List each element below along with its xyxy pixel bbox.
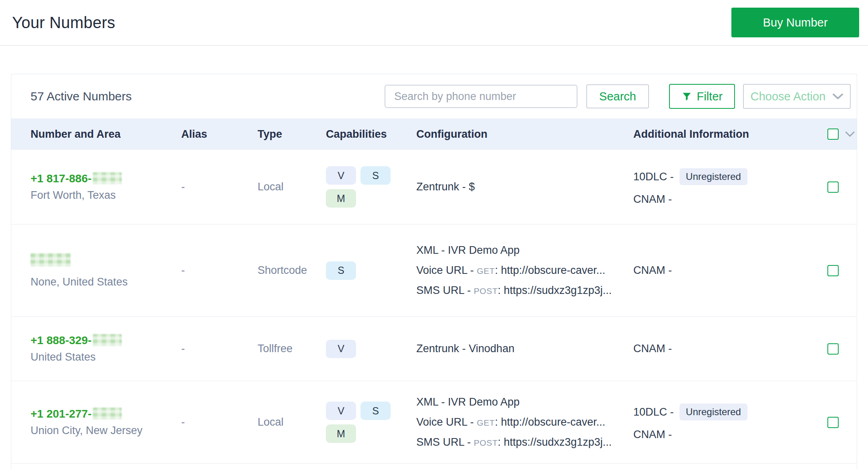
capability-badge-v: V	[326, 402, 356, 420]
filter-funnel-icon	[682, 91, 692, 102]
capability-badge-m: M	[326, 189, 356, 208]
row-checkbox[interactable]	[827, 181, 839, 193]
phone-number-text: +1 201-277-	[31, 408, 92, 420]
config-line: SMS URL - POST: https://sudxz3g1zp3j...	[416, 436, 621, 449]
search-button[interactable]: Search	[586, 84, 649, 108]
additional-info-label: CNAM -	[633, 193, 672, 206]
choose-action-dropdown[interactable]: Choose Action	[743, 84, 851, 109]
http-method-label: GET	[477, 418, 495, 427]
page-title: Your Numbers	[12, 14, 115, 32]
phone-number-text: +1 817-886-	[31, 172, 92, 185]
phone-number[interactable]: +1 888-329-	[31, 334, 181, 347]
active-numbers-count: 57 Active Numbers	[31, 90, 132, 103]
col-header-number-area: Number and Area	[31, 128, 181, 141]
row-checkbox[interactable]	[827, 343, 839, 355]
cell-additional-info: CNAM -	[633, 264, 818, 277]
cell-type: Tollfree	[258, 343, 326, 355]
config-line: Voice URL - GET: http://obscure-caver...	[416, 264, 621, 277]
additional-info-label: 10DLC -	[633, 406, 674, 418]
additional-info-label: 10DLC -	[633, 171, 674, 183]
cell-number-and-area: +1 201-277-Union City, New Jersey	[31, 408, 181, 437]
choose-action-label: Choose Action	[750, 90, 825, 103]
cell-capabilities: V	[326, 340, 392, 358]
additional-info-line: CNAM -	[633, 343, 818, 355]
additional-info-line: CNAM -	[633, 264, 818, 277]
config-line: XML - IVR Demo App	[416, 244, 621, 257]
cell-alias: -	[181, 264, 258, 277]
cell-alias: -	[181, 181, 258, 193]
cell-additional-info: CNAM -	[633, 343, 818, 355]
col-header-select	[818, 128, 857, 140]
table-header-row: Number and Area Alias Type Capabilities …	[11, 118, 857, 150]
http-method-label: POST	[474, 286, 498, 296]
config-line: Voice URL - GET: http://obscure-caver...	[416, 416, 621, 428]
cell-number-and-area: +1 817-886-Fort Worth, Texas	[31, 172, 181, 202]
cell-select	[818, 417, 857, 428]
http-method-label: GET	[477, 266, 495, 275]
cell-configuration: XML - IVR Demo AppVoice URL - GET: http:…	[416, 396, 633, 449]
cell-select	[818, 265, 857, 276]
cell-number-and-area: +1 888-329-United States	[31, 334, 181, 363]
capability-badge-s: S	[326, 261, 356, 280]
filter-button-label: Filter	[697, 90, 723, 103]
search-input[interactable]	[385, 85, 577, 108]
cell-select	[818, 343, 857, 355]
additional-info-label: CNAM -	[633, 428, 672, 441]
col-header-type: Type	[258, 128, 326, 141]
cell-additional-info: 10DLC -UnregisteredCNAM -	[633, 168, 818, 206]
http-method-label: POST	[474, 438, 498, 447]
status-badge: Unregistered	[680, 404, 747, 420]
cell-select	[818, 181, 857, 193]
col-header-configuration: Configuration	[416, 128, 633, 141]
chevron-down-icon	[832, 93, 843, 100]
additional-info-line: CNAM -	[633, 193, 818, 206]
number-area: Union City, New Jersey	[31, 424, 181, 437]
redacted-number	[93, 172, 122, 184]
col-header-alias: Alias	[181, 128, 258, 141]
phone-number-text: +1 888-329-	[31, 334, 92, 347]
redacted-number	[31, 253, 71, 267]
select-all-checkbox[interactable]	[827, 128, 839, 140]
status-badge: Unregistered	[680, 168, 747, 185]
row-checkbox[interactable]	[827, 265, 839, 276]
table-row: +1 888-329-United States-TollfreeVZentru…	[11, 317, 857, 381]
phone-number[interactable]	[31, 253, 181, 272]
capability-badge-s: S	[360, 166, 391, 185]
number-area: United States	[31, 351, 181, 363]
cell-configuration: Zentrunk - $	[416, 181, 633, 193]
col-header-additional-info: Additional Information	[633, 128, 818, 141]
cell-configuration: XML - IVR Demo AppVoice URL - GET: http:…	[416, 244, 633, 297]
additional-info-line: 10DLC -Unregistered	[633, 404, 818, 420]
filter-button[interactable]: Filter	[669, 84, 735, 109]
row-checkbox[interactable]	[827, 417, 839, 428]
buy-number-button[interactable]: Buy Number	[731, 8, 859, 37]
phone-number[interactable]: +1 201-277-	[31, 408, 181, 420]
config-line: XML - IVR Demo App	[416, 396, 621, 408]
redacted-number	[93, 334, 122, 346]
additional-info-label: CNAM -	[633, 343, 672, 355]
table-body: +1 817-886-Fort Worth, Texas-LocalVSMZen…	[11, 150, 857, 464]
additional-info-label: CNAM -	[633, 264, 672, 277]
additional-info-line: CNAM -	[633, 428, 818, 441]
cell-type: Local	[258, 181, 326, 193]
cell-alias: -	[181, 343, 258, 355]
config-line: Zentrunk - Vinodhan	[416, 343, 621, 355]
capability-badge-m: M	[326, 424, 356, 443]
chevron-down-icon[interactable]	[845, 131, 855, 137]
table-row: +1 201-277-Union City, New Jersey-LocalV…	[11, 381, 857, 464]
phone-number[interactable]: +1 817-886-	[31, 172, 181, 185]
number-area: None, United States	[31, 276, 181, 288]
capability-badge-s: S	[360, 402, 391, 420]
cell-type: Shortcode	[258, 264, 326, 277]
cell-capabilities: VSM	[326, 402, 392, 443]
cell-configuration: Zentrunk - Vinodhan	[416, 343, 633, 355]
table-row: +1 817-886-Fort Worth, Texas-LocalVSMZen…	[11, 150, 857, 224]
cell-alias: -	[181, 416, 258, 428]
redacted-number	[93, 408, 122, 420]
capability-badge-v: V	[326, 340, 356, 358]
number-area: Fort Worth, Texas	[31, 189, 181, 202]
cell-number-and-area: None, United States	[31, 253, 181, 288]
config-line: SMS URL - POST: https://sudxz3g1zp3j...	[416, 284, 621, 297]
col-header-capabilities: Capabilities	[326, 128, 416, 141]
cell-capabilities: VSM	[326, 166, 392, 208]
